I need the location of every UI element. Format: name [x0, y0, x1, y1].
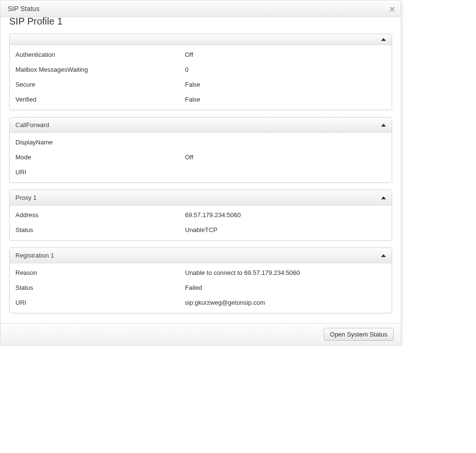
row-value: Failed	[185, 284, 386, 291]
row-label: Verified	[15, 96, 185, 103]
row-reg-status: Status Failed	[10, 280, 392, 295]
panel-registration1: Registration 1 Reason Unable to connect …	[9, 247, 392, 313]
row-reg-uri: URI sip:gkurzweg@getonsip.com	[10, 295, 392, 310]
row-value: Unable to connect to 69.57.179.234:5060	[185, 269, 386, 276]
panel-proxy1-header[interactable]: Proxy 1	[10, 190, 392, 206]
modal-footer: Open System Status	[0, 323, 401, 345]
chevron-up-icon	[381, 254, 386, 257]
open-system-status-button[interactable]: Open System Status	[324, 328, 394, 341]
panel-auth-body: Authentication Off Mailbox MessagesWaiti…	[10, 45, 392, 110]
row-value: UnableTCP	[185, 226, 386, 233]
row-label: Reason	[15, 269, 185, 276]
row-label: Address	[15, 211, 185, 219]
panel-registration1-header[interactable]: Registration 1	[10, 248, 392, 263]
row-label: Status	[15, 284, 185, 291]
row-value: Off	[185, 154, 386, 161]
panel-callforward-header[interactable]: CallForward	[10, 117, 392, 133]
row-label: URI	[15, 168, 185, 176]
modal-title: SIP Status	[8, 5, 40, 13]
row-label: DisplayName	[15, 139, 185, 146]
panel-registration1-title: Registration 1	[15, 252, 54, 259]
panel-proxy1: Proxy 1 Address 69.57.179.234:5060 Statu…	[9, 190, 392, 241]
chevron-up-icon	[381, 124, 386, 127]
row-mailbox-messages-waiting: Mailbox MessagesWaiting 0	[10, 62, 392, 77]
row-authentication: Authentication Off	[10, 47, 392, 62]
row-value: 69.57.179.234:5060	[185, 211, 386, 219]
row-label: Authentication	[15, 51, 185, 58]
panel-callforward-title: CallForward	[15, 121, 49, 129]
row-proxy-status: Status UnableTCP	[10, 222, 392, 237]
profile-title: SIP Profile 1	[0, 17, 401, 27]
row-value	[185, 139, 386, 146]
panel-proxy1-body: Address 69.57.179.234:5060 Status Unable…	[10, 206, 392, 240]
row-secure: Secure False	[10, 77, 392, 92]
row-proxy-address: Address 69.57.179.234:5060	[10, 207, 392, 222]
sip-status-modal: SIP Status × SIP Profile 1 Authenticatio…	[0, 0, 401, 346]
modal-header: SIP Status ×	[0, 0, 401, 17]
row-label: Mode	[15, 154, 185, 161]
row-value: False	[185, 96, 386, 103]
row-value: 0	[185, 66, 386, 73]
modal-body[interactable]: SIP Profile 1 Authentication Off Mailbox…	[0, 17, 401, 323]
panel-registration1-body: Reason Unable to connect to 69.57.179.23…	[10, 263, 392, 313]
row-label: Secure	[15, 81, 185, 88]
row-mode: Mode Off	[10, 150, 392, 165]
panel-auth: Authentication Off Mailbox MessagesWaiti…	[9, 34, 392, 110]
row-value: Off	[185, 51, 386, 58]
panel-callforward-body: DisplayName Mode Off URI	[10, 133, 392, 182]
row-value	[185, 168, 386, 176]
panel-auth-header[interactable]	[10, 34, 392, 45]
row-value: False	[185, 81, 386, 88]
close-icon[interactable]: ×	[389, 4, 395, 14]
row-displayname: DisplayName	[10, 135, 392, 150]
row-uri: URI	[10, 165, 392, 180]
panel-callforward: CallForward DisplayName Mode Off URI	[9, 117, 392, 183]
row-label: URI	[15, 299, 185, 306]
chevron-up-icon	[381, 196, 386, 199]
chevron-up-icon	[381, 38, 386, 41]
row-verified: Verified False	[10, 92, 392, 107]
row-value: sip:gkurzweg@getonsip.com	[185, 299, 386, 306]
row-label: Status	[15, 226, 185, 233]
row-reg-reason: Reason Unable to connect to 69.57.179.23…	[10, 265, 392, 280]
row-label: Mailbox MessagesWaiting	[15, 66, 185, 73]
panel-proxy1-title: Proxy 1	[15, 194, 37, 201]
